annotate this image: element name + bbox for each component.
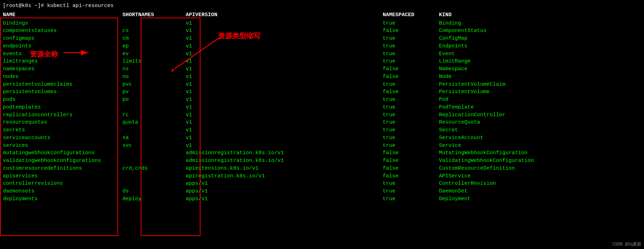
cell-api: admissionregistration.k8s.io/v1 (186, 157, 383, 165)
cell-api: v1 (186, 88, 383, 96)
cell-kind: Node (439, 73, 641, 81)
cell-kind: Deployment (439, 195, 641, 203)
cell-api: v1 (186, 73, 383, 81)
cell-ns: true (383, 126, 439, 134)
cell-short: crd,crds (122, 165, 186, 172)
cell-short (122, 180, 186, 188)
table-row: configmaps cm v1 true ConfigMap (3, 35, 641, 42)
cell-ns: false (383, 73, 439, 81)
cell-short: pvc (122, 81, 186, 89)
cell-name: nodes (3, 73, 122, 81)
cell-short: limits (122, 58, 186, 65)
cell-short: ep (122, 42, 186, 50)
cell-kind: ServiceAccount (439, 134, 641, 142)
cell-kind: CustomResourceDefinition (439, 165, 641, 172)
cell-api: v1 (186, 20, 383, 27)
cell-kind: Event (439, 50, 641, 58)
cell-name: events (3, 50, 122, 58)
table-row: customresourcedefinitions crd,crds apiex… (3, 165, 641, 172)
cell-ns: true (383, 42, 439, 50)
cell-kind: ValidatingWebhookConfiguration (439, 157, 641, 165)
cell-ns: false (383, 172, 439, 180)
cell-short: ds (122, 188, 186, 195)
cell-ns: true (383, 134, 439, 142)
table-row: serviceaccounts sa v1 true ServiceAccoun… (3, 134, 641, 142)
table-body: bindings v1 true Binding componentstatus… (3, 20, 641, 203)
cell-kind: ResourceQuota (439, 119, 641, 126)
cell-kind: MutatingWebhookConfiguration (439, 149, 641, 157)
cell-short: po (122, 96, 186, 104)
cell-short: no (122, 73, 186, 81)
table-row: resourcequotas quota v1 true ResourceQuo… (3, 119, 641, 126)
cell-api: v1 (186, 58, 383, 65)
cell-name: podtemplates (3, 104, 122, 111)
cell-short (122, 126, 186, 134)
cell-short: cm (122, 35, 186, 42)
cell-ns: true (383, 81, 439, 89)
cell-name: serviceaccounts (3, 134, 122, 142)
cell-name: deployments (3, 195, 122, 203)
cell-api: apiextensions.k8s.io/v1 (186, 165, 383, 172)
cell-ns: true (383, 104, 439, 111)
cell-name: apiservices (3, 172, 122, 180)
cell-kind: Pod (439, 96, 641, 104)
table-row: persistentvolumeclaims pvc v1 true Persi… (3, 81, 641, 89)
table-row: events ev v1 true Event (3, 50, 641, 58)
table-row: persistentvolumes pv v1 false Persistent… (3, 88, 641, 96)
cell-api: apiregistration.k8s.io/v1 (186, 172, 383, 180)
cell-name: bindings (3, 20, 122, 27)
table-row: apiservices apiregistration.k8s.io/v1 fa… (3, 172, 641, 180)
cell-api: v1 (186, 134, 383, 142)
cell-ns: true (383, 188, 439, 195)
cell-ns: false (383, 165, 439, 172)
table-row: podtemplates v1 true PodTemplate (3, 104, 641, 111)
table-row: nodes no v1 false Node (3, 73, 641, 81)
cell-name: services (3, 142, 122, 150)
cell-ns: true (383, 50, 439, 58)
cell-ns: true (383, 20, 439, 27)
terminal-window: [root@k8s ~]# kubectl api-resources NAME… (0, 0, 644, 249)
cell-kind: APIService (439, 172, 641, 180)
header-apiversion: APIVERSION (186, 11, 383, 19)
cell-api: v1 (186, 81, 383, 89)
cell-name: resourcequotas (3, 119, 122, 126)
cell-name: secrets (3, 126, 122, 134)
table-header: NAME SHORTNAMES APIVERSION NAMESPACED KI… (3, 11, 641, 19)
cell-short: cs (122, 27, 186, 35)
cell-ns: false (383, 27, 439, 35)
header-shortnames: SHORTNAMES (122, 11, 186, 19)
cell-short: pv (122, 88, 186, 96)
cell-ns: true (383, 58, 439, 65)
cell-short: ns (122, 65, 186, 73)
cell-ns: false (383, 149, 439, 157)
table-row: controllerrevisions apps/v1 true Control… (3, 180, 641, 188)
table-row: namespaces ns v1 false Namespace (3, 65, 641, 73)
cell-short (122, 149, 186, 157)
cell-api: v1 (186, 50, 383, 58)
cell-ns: false (383, 88, 439, 96)
cell-name: daemonsets (3, 188, 122, 195)
cell-kind: LimitRange (439, 58, 641, 65)
cell-name: validatingwebhookconfigurations (3, 157, 122, 165)
cell-ns: true (383, 119, 439, 126)
cell-api: apps/v1 (186, 195, 383, 203)
cell-name: replicationcontrollers (3, 111, 122, 119)
table-row: daemonsets ds apps/v1 true DaemonSet (3, 188, 641, 195)
table-row: pods po v1 true Pod (3, 96, 641, 104)
table-row: secrets v1 true Secret (3, 126, 641, 134)
cell-short (122, 104, 186, 111)
cell-kind: ControllerRevision (439, 180, 641, 188)
cell-ns: true (383, 111, 439, 119)
cell-short: ev (122, 50, 186, 58)
cell-kind: Namespace (439, 65, 641, 73)
cell-ns: false (383, 157, 439, 165)
cell-kind: Binding (439, 20, 641, 27)
cell-name: endpoints (3, 42, 122, 50)
table-row: limitranges limits v1 true LimitRange (3, 58, 641, 65)
cell-api: apps/v1 (186, 188, 383, 195)
watermark: CSDN @Sq夏颜 (612, 242, 641, 248)
table-row: deployments deploy apps/v1 true Deployme… (3, 195, 641, 203)
cell-api: v1 (186, 126, 383, 134)
table-row: replicationcontrollers rc v1 true Replic… (3, 111, 641, 119)
cell-api: apps/v1 (186, 180, 383, 188)
